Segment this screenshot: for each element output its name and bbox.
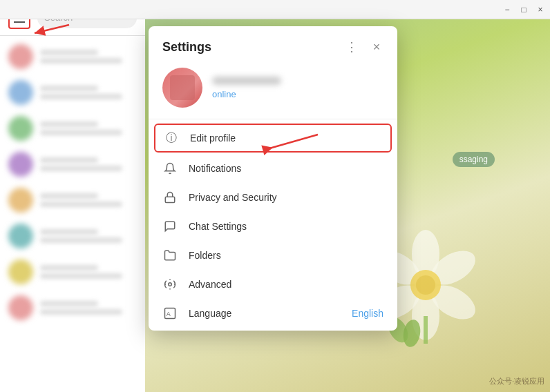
maximize-button[interactable]: □ bbox=[520, 6, 528, 14]
settings-modal: Settings ⋮ × online ⓘ Edit profile bbox=[149, 26, 397, 331]
language-label: Language bbox=[189, 308, 341, 319]
chat-msg-blur bbox=[40, 202, 122, 207]
avatar bbox=[8, 80, 33, 105]
chat-msg-blur bbox=[40, 237, 122, 243]
profile-name-blur bbox=[212, 77, 281, 85]
header-actions: ⋮ × bbox=[342, 37, 386, 57]
chat-list bbox=[0, 36, 145, 329]
notifications-item[interactable]: Notifications bbox=[149, 154, 397, 183]
language-item[interactable]: A Language English bbox=[149, 299, 397, 328]
window-chrome: − □ × bbox=[0, 0, 550, 19]
online-status: online bbox=[212, 89, 281, 99]
chat-preview bbox=[40, 121, 137, 135]
bell-icon bbox=[162, 161, 178, 176]
svg-rect-15 bbox=[165, 197, 175, 202]
language-icon: A bbox=[162, 306, 178, 321]
profile-section: online bbox=[149, 62, 397, 119]
list-item[interactable] bbox=[0, 39, 145, 75]
chat-msg-blur bbox=[40, 166, 122, 171]
close-modal-button[interactable]: × bbox=[367, 37, 386, 57]
notifications-label: Notifications bbox=[189, 163, 383, 174]
chat-settings-item[interactable]: Chat Settings bbox=[149, 212, 397, 241]
chat-name-blur bbox=[40, 157, 98, 163]
chat-name-blur bbox=[40, 121, 98, 127]
advanced-label: Advanced bbox=[189, 279, 383, 290]
privacy-label: Privacy and Security bbox=[189, 192, 383, 203]
profile-info: online bbox=[212, 77, 281, 99]
list-item[interactable] bbox=[0, 290, 145, 326]
folders-label: Folders bbox=[189, 250, 383, 261]
chat-preview bbox=[40, 157, 137, 171]
avatar bbox=[162, 68, 202, 108]
chat-msg-blur bbox=[40, 130, 122, 135]
privacy-item[interactable]: Privacy and Security bbox=[149, 183, 397, 212]
svg-point-16 bbox=[169, 283, 172, 286]
avatar bbox=[8, 116, 33, 141]
minimize-button[interactable]: − bbox=[503, 6, 511, 14]
avatar bbox=[8, 224, 33, 248]
chat-preview bbox=[40, 50, 137, 63]
close-icon: × bbox=[373, 40, 381, 55]
list-item[interactable] bbox=[0, 182, 145, 218]
advanced-item[interactable]: Advanced bbox=[149, 270, 397, 299]
avatar bbox=[8, 188, 33, 213]
chat-icon bbox=[162, 219, 178, 234]
folder-icon bbox=[162, 248, 178, 263]
list-item[interactable] bbox=[0, 254, 145, 290]
advanced-icon bbox=[162, 277, 178, 292]
lock-icon bbox=[162, 190, 178, 205]
more-icon: ⋮ bbox=[345, 39, 358, 55]
avatar bbox=[8, 295, 33, 320]
list-item[interactable] bbox=[0, 146, 145, 182]
watermark: 公众号·凌锐应用 bbox=[489, 376, 544, 386]
avatar bbox=[8, 44, 33, 69]
modal-title: Settings bbox=[162, 40, 211, 55]
language-value: English bbox=[352, 308, 383, 319]
chat-msg-blur bbox=[40, 58, 122, 63]
info-icon: ⓘ bbox=[164, 130, 179, 146]
chat-name-blur bbox=[40, 86, 98, 91]
chat-preview bbox=[40, 86, 137, 99]
chat-name-blur bbox=[40, 193, 98, 199]
messaging-badge: ssaging bbox=[453, 152, 495, 167]
folders-item[interactable]: Folders bbox=[149, 241, 397, 270]
svg-text:A: A bbox=[167, 311, 171, 317]
chat-msg-blur bbox=[40, 273, 122, 279]
avatar bbox=[8, 259, 33, 284]
chat-preview bbox=[40, 301, 137, 315]
modal-header: Settings ⋮ × bbox=[149, 26, 397, 62]
chat-preview bbox=[40, 265, 137, 279]
svg-point-7 bbox=[416, 275, 435, 295]
settings-menu: ⓘ Edit profile Notifications Privacy and… bbox=[149, 119, 397, 331]
avatar-inner bbox=[170, 75, 195, 100]
more-options-button[interactable]: ⋮ bbox=[342, 37, 361, 57]
edit-profile-item[interactable]: ⓘ Edit profile bbox=[154, 124, 392, 153]
hamburger-line bbox=[14, 21, 25, 23]
svg-rect-10 bbox=[424, 316, 428, 344]
chat-msg-blur bbox=[40, 309, 122, 315]
chat-name-blur bbox=[40, 50, 98, 55]
chat-list-panel: Search bbox=[0, 0, 145, 392]
chat-name-blur bbox=[40, 229, 98, 235]
chat-msg-blur bbox=[40, 94, 122, 99]
list-item[interactable] bbox=[0, 75, 145, 110]
list-item[interactable] bbox=[0, 218, 145, 254]
avatar bbox=[8, 152, 33, 177]
edit-profile-label: Edit profile bbox=[190, 133, 382, 144]
chat-settings-label: Chat Settings bbox=[189, 221, 383, 232]
list-item[interactable] bbox=[0, 110, 145, 146]
chat-preview bbox=[40, 193, 137, 207]
close-window-button[interactable]: × bbox=[536, 6, 544, 14]
chat-name-blur bbox=[40, 265, 98, 271]
chat-preview bbox=[40, 229, 137, 243]
chat-name-blur bbox=[40, 301, 98, 306]
